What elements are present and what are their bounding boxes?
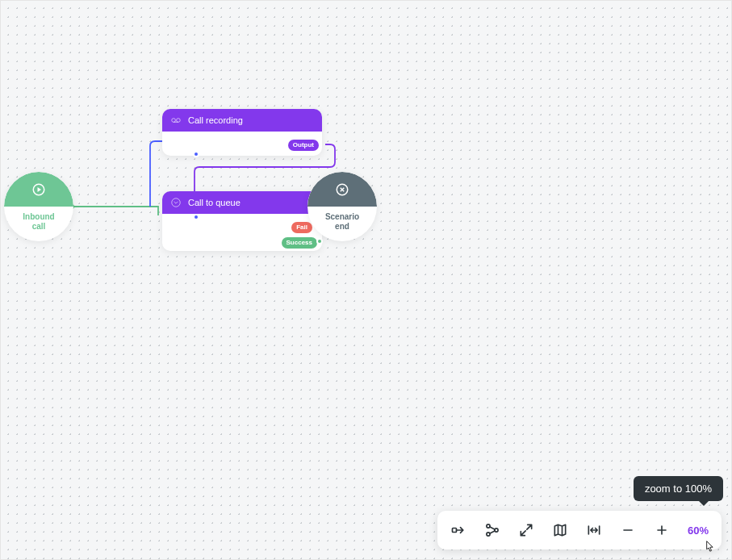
port-recording-output-label: Output <box>288 140 319 151</box>
map-button[interactable] <box>546 516 575 545</box>
node-inbound-call[interactable]: Inbound call <box>4 172 73 241</box>
zoom-out-button[interactable] <box>613 516 642 545</box>
minus-icon <box>620 522 636 538</box>
connection-wires <box>1 1 732 560</box>
node-recording-title: Call recording <box>188 115 243 125</box>
node-start-cap <box>4 172 73 207</box>
plus-icon <box>654 522 670 538</box>
canvas[interactable]: Inbound call Call recording Output Call … <box>1 1 731 559</box>
fullscreen-button[interactable] <box>512 516 541 545</box>
stop-circle-icon <box>335 182 349 197</box>
node-call-recording[interactable]: Call recording Output <box>162 109 322 156</box>
fit-width-icon <box>586 522 602 538</box>
graph-icon <box>484 522 500 538</box>
zoom-level-text: 60% <box>688 524 709 537</box>
zoom-in-button[interactable] <box>647 516 676 545</box>
zoom-tooltip: zoom to 100% <box>634 476 723 501</box>
port-queue-input[interactable] <box>193 214 199 220</box>
svg-point-4 <box>177 119 181 123</box>
node-call-to-queue[interactable]: Call to queue Fail Success <box>162 191 322 251</box>
node-scenario-end[interactable]: Scenario end <box>307 172 377 241</box>
node-queue-title: Call to queue <box>188 198 241 207</box>
connect-tool-button[interactable] <box>444 516 473 545</box>
play-circle-icon <box>31 182 46 197</box>
connect-icon <box>450 522 466 538</box>
port-queue-success[interactable] <box>316 238 323 244</box>
port-queue-success-label: Success <box>282 237 317 249</box>
node-end-label: Scenario end <box>325 212 359 232</box>
zoom-level-button[interactable]: 60% <box>681 524 715 537</box>
voicemail-icon <box>170 115 182 126</box>
svg-point-6 <box>172 199 181 207</box>
node-start-label: Inbound call <box>23 212 54 232</box>
node-recording-header: Call recording <box>162 109 322 132</box>
port-queue-fail-label: Fail <box>291 222 312 233</box>
fit-width-button[interactable] <box>579 516 609 545</box>
expand-icon <box>518 522 534 538</box>
port-recording-input[interactable] <box>193 151 199 157</box>
node-end-cap <box>307 172 377 207</box>
svg-point-3 <box>172 119 176 123</box>
node-queue-header: Call to queue <box>162 191 322 214</box>
canvas-toolbar: 60% <box>437 511 722 550</box>
zoom-tooltip-text: zoom to 100% <box>645 483 712 495</box>
map-icon <box>552 522 568 538</box>
graph-tool-button[interactable] <box>478 516 507 545</box>
queue-icon <box>170 197 182 208</box>
